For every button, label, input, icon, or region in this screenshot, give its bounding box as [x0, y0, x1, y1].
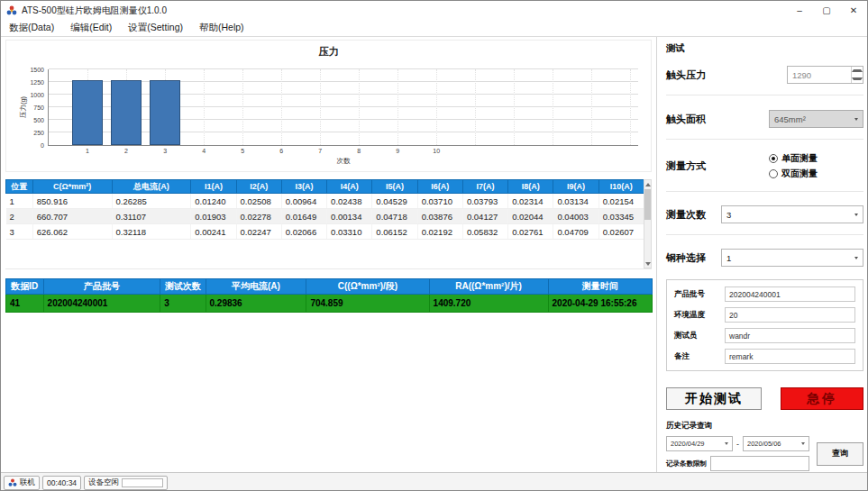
cell[interactable]: 0.02066 [281, 224, 326, 240]
column-header[interactable]: I5(A) [372, 180, 417, 194]
cell[interactable]: 0.00134 [327, 209, 372, 224]
cell[interactable]: 2 [6, 209, 33, 224]
cell[interactable]: 704.859 [306, 295, 429, 313]
column-header[interactable]: I7(A) [462, 180, 507, 194]
table-row[interactable]: 4120200424000130.29836704.8591409.720202… [6, 295, 653, 313]
cell[interactable]: 0.00964 [281, 194, 326, 209]
column-header[interactable]: I9(A) [553, 180, 598, 194]
gridline [397, 69, 398, 145]
column-header[interactable]: 总电流(A) [112, 180, 191, 194]
cell[interactable]: 202004240001 [43, 295, 160, 313]
column-header[interactable]: I4(A) [327, 180, 372, 194]
date-to-select[interactable]: 2020/05/06 [743, 436, 809, 451]
scroll-up-icon[interactable] [644, 180, 651, 188]
cell[interactable]: 0.02247 [236, 224, 281, 240]
cell[interactable]: 0.02438 [327, 194, 372, 209]
column-header[interactable]: 位置 [6, 180, 33, 194]
cell[interactable]: 1 [6, 194, 33, 209]
cell[interactable]: 0.00241 [191, 224, 236, 240]
table-row[interactable]: 3626.0620.321180.002410.022470.020660.03… [6, 224, 644, 240]
column-header[interactable]: I2(A) [236, 180, 281, 194]
column-header[interactable]: RA((Ω*mm²)/片) [429, 279, 548, 295]
column-header[interactable]: 平均电流(A) [206, 279, 306, 295]
remark-input[interactable]: remark [725, 349, 855, 364]
minimize-button[interactable]: – [786, 1, 813, 20]
cell[interactable]: 660.707 [32, 209, 112, 224]
scrollbar-thumb[interactable] [644, 189, 651, 220]
cell[interactable]: 0.03134 [553, 194, 598, 209]
cell[interactable]: 0.02761 [508, 224, 553, 240]
column-header[interactable]: 数据ID [6, 279, 44, 295]
cell[interactable]: 1409.720 [429, 295, 548, 313]
cell[interactable]: 0.02508 [236, 194, 281, 209]
cell[interactable]: 0.03310 [327, 224, 372, 240]
results-table-scrollbar[interactable] [644, 179, 652, 268]
query-button[interactable]: 查询 [817, 442, 863, 466]
emergency-stop-button[interactable]: 急停 [781, 387, 863, 410]
cell[interactable]: 0.03345 [598, 209, 644, 224]
contact-area-select[interactable]: 645mm² [769, 110, 863, 128]
cell[interactable]: 0.04529 [372, 194, 417, 209]
column-header[interactable]: I6(A) [417, 180, 462, 194]
contact-pressure-spinner[interactable]: 1290 [787, 66, 863, 84]
spin-up-icon[interactable] [852, 67, 863, 75]
ambient-temp-input[interactable]: 20 [725, 307, 855, 323]
column-header[interactable]: I10(A) [598, 180, 644, 194]
cell[interactable]: 626.062 [32, 224, 112, 240]
cell[interactable]: 0.02607 [598, 224, 644, 240]
radio-single-side[interactable]: 单面测量 [769, 152, 863, 165]
start-test-button[interactable]: 开始测试 [666, 387, 762, 410]
table-row[interactable]: 1850.9160.262850.012400.025080.009640.02… [6, 194, 644, 209]
cell[interactable]: 0.05832 [462, 224, 507, 240]
cell[interactable]: 3 [160, 295, 206, 313]
menu-item-0[interactable]: 数据(Data) [1, 20, 62, 36]
cell[interactable]: 0.02044 [508, 209, 553, 224]
cell[interactable]: 0.04718 [372, 209, 417, 224]
cell[interactable]: 0.06152 [372, 224, 417, 240]
cell[interactable]: 850.916 [32, 194, 112, 209]
cell[interactable]: 0.03876 [417, 209, 462, 224]
cell[interactable]: 0.31107 [112, 209, 191, 224]
close-button[interactable]: ✕ [840, 1, 867, 20]
cell[interactable]: 0.32118 [112, 224, 191, 240]
cell[interactable]: 0.26285 [112, 194, 191, 209]
column-header[interactable]: I8(A) [508, 180, 553, 194]
cell[interactable]: 0.01903 [191, 209, 236, 224]
cell[interactable]: 0.01649 [281, 209, 326, 224]
date-from-select[interactable]: 2020/04/29 [666, 436, 733, 451]
column-header[interactable]: C((Ω*mm²)/段) [306, 279, 429, 295]
menu-item-3[interactable]: 帮助(Help) [191, 20, 252, 36]
scroll-down-icon[interactable] [644, 259, 651, 268]
cell[interactable]: 0.02314 [508, 194, 553, 209]
steel-select[interactable]: 1 [721, 249, 863, 267]
cell[interactable]: 0.01240 [191, 194, 236, 209]
menu-item-2[interactable]: 设置(Setting) [120, 20, 191, 36]
menu-item-1[interactable]: 编辑(Edit) [62, 20, 120, 36]
cell[interactable]: 0.03710 [417, 194, 462, 209]
cell[interactable]: 0.29836 [206, 295, 306, 313]
cell[interactable]: 3 [6, 224, 33, 240]
column-header[interactable]: 测试次数 [160, 279, 206, 295]
radio-double-side[interactable]: 双面测量 [769, 168, 863, 180]
column-header[interactable]: I1(A) [191, 180, 236, 194]
tester-input[interactable]: wandr [725, 328, 855, 343]
column-header[interactable]: C(Ω*mm²) [32, 180, 112, 194]
table-row[interactable]: 2660.7070.311070.019030.022780.016490.00… [6, 209, 644, 224]
column-header[interactable]: I3(A) [281, 180, 326, 194]
cell[interactable]: 2020-04-29 16:55:26 [548, 295, 652, 313]
batch-number-input[interactable]: 202004240001 [725, 286, 855, 302]
cell[interactable]: 41 [6, 295, 44, 313]
spin-down-icon[interactable] [852, 75, 863, 83]
cell[interactable]: 0.02192 [417, 224, 462, 240]
measure-count-select[interactable]: 3 [721, 205, 863, 223]
cell[interactable]: 0.03793 [462, 194, 507, 209]
record-limit-input[interactable] [710, 456, 809, 471]
cell[interactable]: 0.04003 [553, 209, 598, 224]
column-header[interactable]: 产品批号 [43, 279, 160, 295]
cell[interactable]: 0.02278 [236, 209, 281, 224]
maximize-button[interactable]: ▢ [813, 1, 840, 20]
cell[interactable]: 0.04709 [553, 224, 598, 240]
cell[interactable]: 0.04127 [462, 209, 507, 224]
column-header[interactable]: 测量时间 [548, 279, 652, 295]
cell[interactable]: 0.02154 [598, 194, 644, 209]
